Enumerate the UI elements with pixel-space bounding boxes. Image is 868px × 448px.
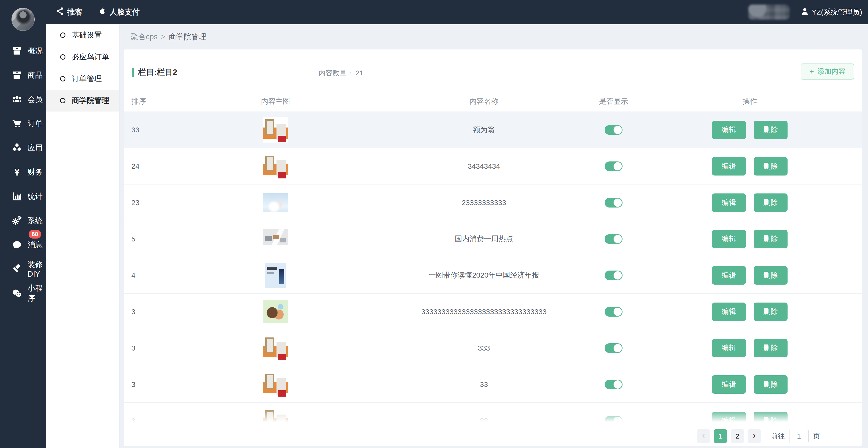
visibility-toggle[interactable] <box>604 343 622 353</box>
goto-label: 前往 <box>771 431 785 441</box>
table-row: 3 3333333333333333333333333333333 编辑 删除 <box>124 294 862 330</box>
table-row: 24 34343434 编辑 删除 <box>124 148 862 184</box>
edit-button[interactable]: 编辑 <box>712 303 746 321</box>
sidebar-item-统计[interactable]: 统计 <box>0 184 46 208</box>
delete-button[interactable]: 删除 <box>754 266 787 285</box>
submenu-item-商学院管理[interactable]: 商学院管理 <box>46 90 119 112</box>
column-header-操作: 操作 <box>638 96 862 107</box>
sidebar-item-财务[interactable]: ¥ 财务 <box>0 160 46 184</box>
submenu-item-订单管理[interactable]: 订单管理 <box>46 68 119 90</box>
delete-button[interactable]: 删除 <box>754 303 787 321</box>
user-label: YZ(系统管理员) <box>812 7 862 17</box>
delete-button[interactable]: 删除 <box>754 230 787 248</box>
column-header-内容名称: 内容名称 <box>378 96 589 107</box>
visibility-toggle[interactable] <box>604 307 622 317</box>
visibility-toggle[interactable] <box>604 271 622 280</box>
visibility-toggle[interactable] <box>604 234 622 244</box>
page-buttons: 12 <box>714 429 744 443</box>
edit-button[interactable]: 编辑 <box>712 157 746 176</box>
edit-button[interactable]: 编辑 <box>712 266 746 285</box>
table-row: 3 33 编辑 删除 <box>124 366 862 403</box>
goto-page-input[interactable] <box>789 429 809 443</box>
left-sidebar: 概况 商品 会员 订单 应用 ¥ 财务 统计 系统 消息 <box>0 0 46 448</box>
sort-value: 23 <box>124 199 173 207</box>
decorate-tool-icon <box>12 264 22 274</box>
column-header-内容主图: 内容主图 <box>173 96 378 107</box>
submenu-item-label: 商学院管理 <box>72 95 109 106</box>
column-header-排序: 排序 <box>124 96 173 107</box>
system-gears-icon <box>12 216 22 226</box>
content-thumbnail <box>263 117 288 143</box>
sidebar-item-label: 小程序 <box>28 283 46 303</box>
visibility-toggle[interactable] <box>604 198 622 208</box>
sidebar-item-label: 装修DIY <box>28 260 46 278</box>
topbar-item[interactable]: 人脸支付 <box>98 7 140 17</box>
edit-button[interactable]: 编辑 <box>712 193 746 212</box>
breadcrumb-item[interactable]: 聚合cps <box>131 32 157 42</box>
submenu-item-label: 必应鸟订单 <box>72 52 109 62</box>
avatar[interactable] <box>11 8 35 31</box>
finance-yen-icon: ¥ <box>12 167 22 177</box>
delete-button[interactable]: 删除 <box>754 121 787 139</box>
user-icon <box>801 7 809 17</box>
circle-icon <box>60 32 65 38</box>
delete-button[interactable]: 删除 <box>754 157 787 176</box>
messages-comment-icon <box>12 240 22 250</box>
table-row: 3 333 编辑 删除 <box>124 330 862 366</box>
next-page-button[interactable]: › <box>748 429 761 443</box>
sidebar-item-label: 消息 <box>28 240 43 250</box>
topbar-item[interactable]: 推客 <box>56 7 83 17</box>
sidebar-item-label: 概况 <box>28 46 43 56</box>
content-thumbnail <box>263 335 288 361</box>
table-header: 排序内容主图内容名称是否显示操作 <box>124 91 862 112</box>
stats-chart-icon <box>12 191 22 201</box>
sidebar-item-label: 商品 <box>28 70 43 80</box>
topbar-item-label: 推客 <box>67 7 83 17</box>
sort-value: 3 <box>124 380 173 389</box>
sidebar-item-应用[interactable]: 应用 <box>0 136 46 160</box>
sidebar-item-会员[interactable]: 会员 <box>0 87 46 112</box>
sort-value: 33 <box>124 126 173 134</box>
redacted-blur <box>748 5 789 20</box>
delete-button[interactable]: 删除 <box>754 193 787 212</box>
panel-header: 栏目:栏目2 内容数量：21 + 添加内容 <box>124 50 862 91</box>
visibility-toggle[interactable] <box>604 380 622 389</box>
page-button-2[interactable]: 2 <box>731 429 744 443</box>
edit-button[interactable]: 编辑 <box>712 375 746 394</box>
sidebar-item-概况[interactable]: 概况 <box>0 39 46 63</box>
sort-value: 5 <box>124 235 173 243</box>
page-button-1[interactable]: 1 <box>714 429 727 443</box>
delete-button[interactable]: 删除 <box>754 339 787 357</box>
sidebar-item-小程序[interactable]: 小程序 <box>0 281 46 305</box>
submenu-item-基础设置[interactable]: 基础设置 <box>46 24 119 46</box>
table-row: 23 23333333333 编辑 删除 <box>124 184 862 221</box>
edit-button[interactable]: 编辑 <box>712 121 746 139</box>
prev-page-button[interactable]: ‹ <box>697 429 710 443</box>
visibility-toggle[interactable] <box>604 161 622 171</box>
content-name: 3333333333333333333333333333333 <box>378 308 589 316</box>
content-name: 23333333333 <box>378 199 589 207</box>
title-accent-bar <box>132 68 134 77</box>
apple-icon <box>98 7 106 17</box>
submenu-item-label: 基础设置 <box>72 30 102 40</box>
pagination: ‹ 12 › 前往 页 <box>697 429 820 443</box>
submenu-item-必应鸟订单[interactable]: 必应鸟订单 <box>46 46 119 68</box>
sidebar-item-订单[interactable]: 订单 <box>0 112 46 136</box>
visibility-toggle[interactable] <box>604 125 622 135</box>
user-menu[interactable]: YZ(系统管理员) <box>801 7 862 17</box>
add-content-button[interactable]: + 添加内容 <box>801 63 854 80</box>
sidebar-item-消息[interactable]: 消息 60 <box>0 233 46 257</box>
sidebar-item-装修DIY[interactable]: 装修DIY <box>0 257 46 281</box>
table-row: 33 额为翁 编辑 删除 <box>124 112 862 148</box>
delete-button[interactable]: 删除 <box>754 375 787 394</box>
main-content: 聚合cps>商学院管理 栏目:栏目2 内容数量：21 + 添加内容 排序内容主图… <box>119 24 868 448</box>
column-header-是否显示: 是否显示 <box>589 96 638 107</box>
edit-button[interactable]: 编辑 <box>712 230 746 248</box>
content-name: 一图带你读懂2020年中国经济年报 <box>378 270 589 280</box>
panel-title-text: 栏目:栏目2 <box>138 67 177 78</box>
edit-button[interactable]: 编辑 <box>712 339 746 357</box>
members-icon <box>12 94 22 104</box>
content-thumbnail <box>264 300 288 323</box>
sidebar-item-商品[interactable]: 商品 <box>0 63 46 87</box>
sidebar-item-系统[interactable]: 系统 <box>0 208 46 233</box>
